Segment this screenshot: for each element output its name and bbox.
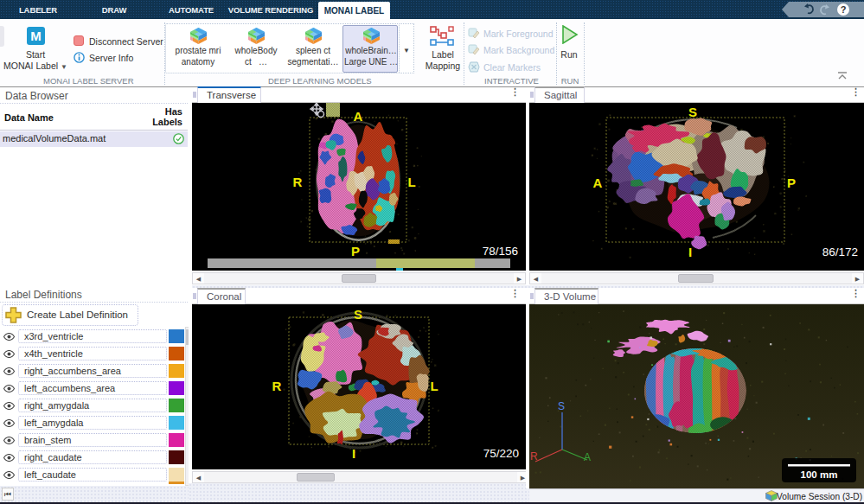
svg-text:S: S: [558, 400, 565, 412]
svg-text:75/220: 75/220: [483, 447, 519, 460]
svg-text:S: S: [688, 105, 697, 119]
svg-text:S: S: [354, 307, 362, 322]
svg-text:R: R: [272, 379, 282, 393]
svg-text:R: R: [293, 175, 303, 189]
svg-text:A: A: [354, 109, 363, 124]
svg-text:R: R: [530, 450, 538, 463]
svg-text:P: P: [351, 244, 360, 258]
svg-text:P: P: [787, 175, 796, 190]
svg-text:A: A: [593, 175, 603, 190]
svg-text:86/172: 86/172: [822, 246, 858, 258]
svg-text:A: A: [584, 451, 591, 463]
svg-text:L: L: [407, 175, 415, 189]
svg-text:I: I: [688, 245, 692, 259]
svg-text:I: I: [352, 446, 355, 461]
svg-text:78/156: 78/156: [483, 245, 518, 258]
svg-text:L: L: [430, 379, 438, 393]
svg-text:100 mm: 100 mm: [801, 469, 838, 480]
